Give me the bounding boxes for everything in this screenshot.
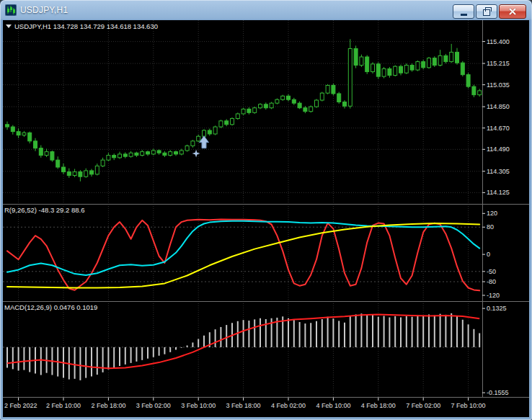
time-tick-label: 4 Feb 02:00	[271, 402, 306, 409]
price-tick-label: -50	[487, 268, 496, 275]
candle-body	[129, 153, 133, 156]
candle-body	[141, 152, 144, 156]
time-tick-label: 3 Feb 02:00	[136, 402, 171, 409]
candle-body	[39, 148, 43, 156]
candle-body	[219, 121, 223, 127]
candle-body	[11, 127, 14, 132]
time-axis[interactable]: 2 Feb 20222 Feb 10:002 Feb 18:003 Feb 02…	[4, 398, 486, 409]
price-tick-label: -120	[487, 292, 500, 299]
candle-body	[461, 63, 464, 74]
chart-client-area: 115.400115.215115.035114.850114.670114.4…	[3, 20, 529, 417]
candle-body	[388, 68, 391, 75]
candle-body	[382, 68, 386, 76]
time-tick-label: 3 Feb 10:00	[181, 402, 216, 409]
buy-arrow-annotation[interactable]	[200, 136, 209, 148]
candle-body	[264, 104, 267, 108]
candle-body	[444, 55, 448, 61]
candle-body	[247, 109, 251, 112]
candle-body	[326, 85, 329, 93]
candle-body	[146, 152, 150, 154]
price-tick-label: 120	[487, 210, 497, 217]
restore-button[interactable]	[476, 4, 497, 19]
candle-body	[376, 64, 380, 76]
candle-body	[28, 133, 32, 141]
candle-body	[169, 152, 172, 156]
price-tick-label: 114.125	[487, 189, 510, 196]
minimize-button[interactable]	[453, 4, 474, 19]
candle-body	[292, 99, 296, 103]
ohlc-info-text: USDJPY,H1 134.728 134.729 134.618 134.63…	[14, 22, 158, 30]
time-tick-label: 7 Feb 10:00	[451, 402, 486, 409]
candle-body	[73, 172, 76, 176]
candle-body	[456, 52, 459, 63]
candle-body	[337, 94, 341, 102]
candle-body	[45, 152, 48, 156]
candle-body	[22, 133, 26, 135]
candle-body	[253, 108, 257, 113]
candle-body	[315, 100, 319, 107]
time-tick-label: 4 Feb 10:00	[316, 402, 350, 409]
candle-body	[151, 151, 155, 154]
price-tick-label: 115.400	[487, 38, 510, 45]
candle-body	[320, 93, 324, 100]
minimize-icon	[461, 14, 467, 16]
time-tick-label: 2 Feb 2022	[4, 402, 37, 409]
window-controls	[453, 4, 526, 19]
candle-body	[472, 86, 476, 95]
candle-body	[101, 160, 105, 166]
candle-body	[50, 152, 54, 161]
oscillator-info-line: R(9,26,52) -48.3 29.2 88.6	[4, 206, 84, 214]
candle-body	[95, 166, 99, 174]
candle-body	[309, 107, 313, 112]
candle-body	[185, 146, 189, 151]
time-tick-label: 2 Feb 18:00	[91, 402, 125, 409]
candle-body	[123, 154, 127, 156]
candle-body	[404, 66, 408, 73]
close-button[interactable]	[499, 4, 526, 19]
chart-icon	[5, 4, 17, 16]
candle-body	[112, 156, 116, 158]
candle-body	[360, 57, 363, 66]
candle-body	[197, 136, 200, 141]
candle-body	[17, 132, 20, 135]
restore-icon	[483, 9, 490, 16]
candle-body	[410, 66, 414, 71]
price-tick-label: 0.1325	[487, 305, 507, 312]
candle-body	[179, 151, 183, 154]
candle-body	[174, 152, 178, 154]
candles-layer	[6, 39, 482, 181]
candle-body	[208, 130, 211, 134]
candle-body	[348, 48, 352, 106]
candle-body	[191, 141, 195, 146]
dropdown-triangle-icon	[6, 24, 12, 28]
candle-body	[225, 121, 229, 125]
candle-body	[163, 153, 167, 155]
candle-body	[157, 151, 161, 153]
price-tick-label: -80	[487, 278, 496, 285]
price-tick-label: 0	[487, 251, 490, 258]
candle-body	[56, 160, 60, 167]
candle-body	[79, 172, 82, 177]
star-annotation[interactable]	[192, 150, 200, 158]
candle-body	[343, 102, 347, 107]
candle-body	[354, 48, 358, 65]
candle-body	[422, 62, 425, 68]
price-tick-label: 115.215	[487, 60, 510, 67]
price-tick-label: 114.305	[487, 168, 510, 175]
titlebar[interactable]: USDJPY,H1	[0, 0, 532, 20]
price-tick-label: -0.1555	[487, 389, 509, 396]
price-tick-label: 80	[487, 223, 494, 231]
candle-body	[399, 66, 403, 73]
candle-body	[236, 114, 239, 119]
candle-body	[394, 66, 397, 75]
candle-body	[62, 167, 66, 172]
price-axis[interactable]: 115.400115.215115.035114.850114.670114.4…	[482, 38, 510, 396]
candle-body	[427, 58, 431, 68]
candle-body	[270, 103, 273, 108]
candle-body	[298, 103, 301, 108]
close-icon	[508, 7, 517, 16]
candle-body	[478, 91, 482, 95]
candle-body	[6, 125, 9, 127]
chart-canvas[interactable]: 115.400115.215115.035114.850114.670114.4…	[3, 20, 529, 417]
candle-body	[416, 62, 420, 71]
